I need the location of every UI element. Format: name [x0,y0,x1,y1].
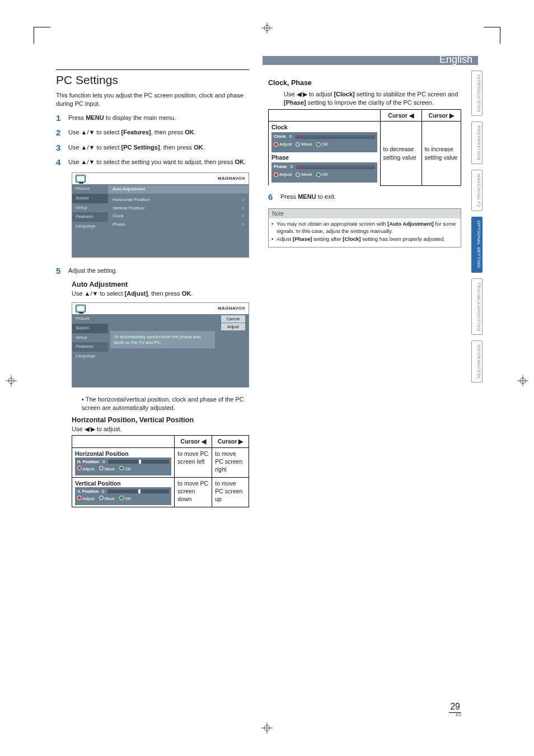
language-header: English [263,56,478,65]
osd-adjust-button: Adjust [221,323,245,330]
subsection-heading: Auto Adjustment [72,280,249,290]
step-body: Use ▲/▼ to select the setting you want t… [68,157,249,168]
osd-menu-item: Sound [72,324,108,333]
position-table: Cursor ◀Cursor ▶ Horizontal Position H. … [72,435,249,507]
subsection-heading: Horizontal Position, Vertical Position [72,416,249,425]
step-body: Use ▲/▼ to select [PC Settings], then pr… [68,142,249,153]
table-header: Cursor ▶ [212,436,249,447]
row-title: Vertical Position [75,480,121,487]
step-number: 2 [56,127,68,138]
tab-optional-setting[interactable]: OPTIONAL SETTING [471,217,483,272]
osd-row: Clock0 [108,212,249,221]
row-title: Phase [271,154,289,161]
tab-introduction[interactable]: INTRODUCTION [471,71,483,116]
tab-preparation[interactable]: PREPARATION [471,122,483,164]
tab-troubleshooting[interactable]: TROUBLESHOOTING [471,278,483,335]
crop-mark [34,27,50,44]
note-item: Adjust [Phase] setting after [Clock] set… [277,236,457,243]
osd-menu-item: Features [72,212,108,222]
table-cell: to decrease setting value [380,121,421,185]
osd-info-text: To automatically synchronize the phase a… [110,331,215,348]
table-header: Cursor ◀ [175,436,212,447]
section-tabs: INTRODUCTION PREPARATION WATCHING TV OPT… [471,71,483,382]
tab-information[interactable]: INFORMATION [471,340,483,382]
registration-mark-icon [261,722,273,734]
registration-mark-icon [517,375,528,386]
subsection-text: Use ◀/▶ to adjust [Clock] setting to sta… [268,90,461,107]
step-number: 6 [268,192,280,203]
osd-row: Auto Adjustment [108,185,249,194]
crop-mark [484,27,500,44]
step-body: Press MENU to exit. [280,192,461,203]
left-column: PC Settings This function lets you adjus… [56,69,249,513]
osd-panel: V. Position0 Adjust Move OK [75,487,171,505]
registration-mark-icon [6,375,17,386]
osd-menu-item: Setup [72,333,108,343]
step-number: 3 [56,142,68,153]
table-header: Cursor ◀ [380,109,421,121]
table-cell: to move PC screen down [175,477,212,507]
osd-menu-item: Sound [72,194,108,203]
right-column: Clock, Phase Use ◀/▶ to adjust [Clock] s… [268,69,461,513]
osd-screenshot: MAGNAVOX Picture Sound Setup Features La… [72,302,249,388]
osd-panel: H. Position0 Adjust Move OK [75,458,171,475]
step-body: Use ▲/▼ to select [Features], then press… [68,127,249,138]
clock-phase-table: Cursor ◀Cursor ▶ Clock Clock0 Adjust Mov… [268,109,461,186]
bullet-text: • The horizontal/vertical position, cloc… [72,395,249,412]
table-header: Cursor ▶ [421,109,461,121]
osd-row: Horizontal Position0 [108,196,249,204]
osd-menu-item: Language [72,352,108,361]
osd-row: Vertical Position0 [108,204,249,213]
step-number: 1 [56,113,68,124]
table-cell: to move PC screen left [175,447,212,477]
language-label: English [439,54,472,66]
osd-cancel-button: Cancel [221,315,245,323]
row-title: Clock [271,124,288,130]
step-body: Adjust the setting. [68,265,249,277]
page-number: 29 EN [449,702,461,717]
subsection-text: Use ◀/▶ to adjust. [72,425,249,433]
step-number: 5 [56,265,68,277]
brand-logo: MAGNAVOX [218,306,245,312]
osd-panel: Clock0 Adjust Move OK [271,132,377,152]
intro-text: This function lets you adjust the PC scr… [56,91,249,108]
table-cell: to move PC screen up [212,477,249,507]
osd-row: Phase0 [108,221,249,229]
page-title: PC Settings [56,69,249,88]
osd-menu-item: Features [72,342,108,352]
osd-screenshot: MAGNAVOX Picture Sound Setup Features La… [72,172,249,258]
registration-mark-icon [261,22,273,34]
tab-watching-tv[interactable]: WATCHING TV [471,170,483,211]
note-heading: Note [269,209,461,219]
tv-icon [76,305,86,312]
note-box: Note You may not obtain an appropriate s… [268,208,461,248]
osd-menu-item: Language [72,222,108,231]
table-cell: to increase setting value [421,121,461,185]
osd-menu-item: Picture [72,184,108,194]
step-number: 4 [56,157,68,168]
osd-panel: Phase0 Adjust Move OK [271,162,377,183]
subsection-heading: Clock, Phase [268,78,461,88]
brand-logo: MAGNAVOX [218,176,245,182]
osd-menu-item: Picture [72,314,108,324]
osd-menu-item: Setup [72,203,108,213]
table-cell: to move PC screen right [212,447,249,477]
note-item: You may not obtain an appropriate screen… [277,221,457,235]
row-title: Horizontal Position [75,450,129,457]
tv-icon [76,175,86,183]
subsection-text: Use ▲/▼ to select [Adjust], then press O… [72,290,249,298]
step-body: Press MENU to display the main menu. [68,113,249,124]
